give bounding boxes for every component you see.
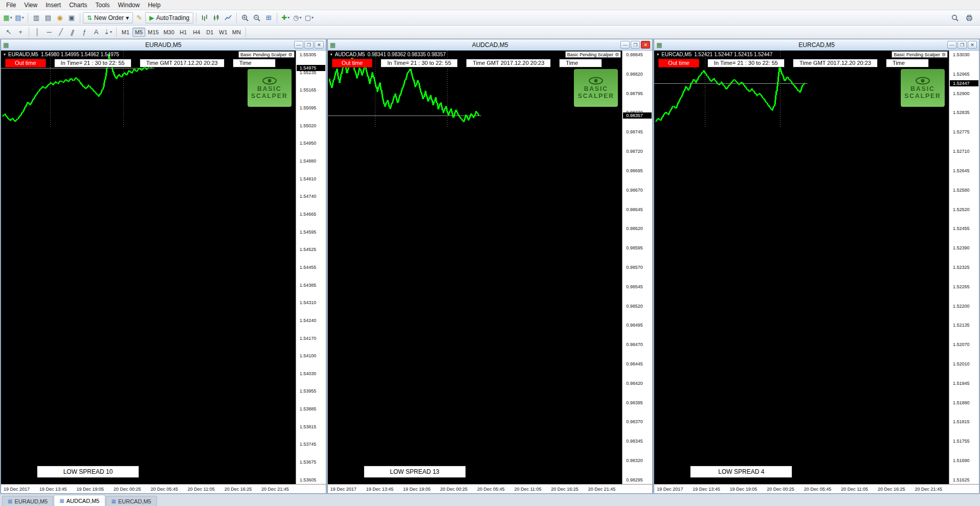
bar-chart-button[interactable] bbox=[199, 12, 210, 24]
price-scale[interactable]: 0.988450.988200.987950.987700.987450.987… bbox=[622, 51, 652, 484]
minimize-button[interactable]: — bbox=[947, 41, 956, 49]
templates-button[interactable]: ▢▾ bbox=[303, 12, 315, 24]
tile-windows-button[interactable]: ⊞ bbox=[263, 12, 274, 24]
profiles-button[interactable]: ▤▾ bbox=[14, 12, 25, 24]
navigator-button[interactable]: ◉ bbox=[54, 12, 65, 24]
tab-eurcad-m5[interactable]: ▦EURCAD,M5 bbox=[106, 496, 157, 506]
menu-charts[interactable]: Charts bbox=[65, 1, 91, 10]
new-order-button[interactable]: ⇅ New Order ▾ bbox=[83, 12, 133, 24]
timeframe-m15[interactable]: M15 bbox=[146, 28, 161, 37]
chart-area[interactable]: ▾ EURCAD,M5 1.52421 1.52447 1.52415 1.52… bbox=[654, 51, 949, 484]
zoom-in-button[interactable] bbox=[239, 12, 251, 24]
menu-view[interactable]: View bbox=[20, 1, 41, 10]
window-titlebar[interactable]: ▦ EURAUD,M5 — ❐ ✕ bbox=[1, 39, 326, 51]
timeframe-m1[interactable]: M1 bbox=[119, 28, 132, 37]
time-axis-label: 20 Dec 00:25 bbox=[767, 487, 794, 492]
menu-file[interactable]: File bbox=[2, 1, 20, 10]
vertical-line-tool-button[interactable]: │ bbox=[32, 27, 43, 38]
indicator-label[interactable]: Basic Pending Scalper⚙ bbox=[565, 51, 621, 58]
window-titlebar[interactable]: ▦ EURCAD,M5 — ❐ ✕ bbox=[654, 39, 979, 51]
menu-tools[interactable]: Tools bbox=[92, 1, 114, 10]
tab-audcad-m5[interactable]: ▦AUDCAD,M5 bbox=[54, 495, 105, 506]
print-icon[interactable] bbox=[964, 12, 975, 24]
timeframe-m30[interactable]: M30 bbox=[161, 28, 176, 37]
trendline-tool-button[interactable]: ╱ bbox=[55, 27, 66, 38]
toolbar-separator bbox=[277, 13, 277, 23]
timeframe-m5[interactable]: M5 bbox=[132, 28, 145, 37]
price-tick: 1.54455 bbox=[300, 265, 325, 270]
toolbar-separator bbox=[236, 13, 237, 23]
close-button[interactable]: ✕ bbox=[315, 41, 324, 49]
time-axis[interactable]: 19 Dec 201719 Dec 13:4519 Dec 19:0520 De… bbox=[1, 484, 326, 493]
chart-window-icon: ▦ bbox=[656, 41, 662, 49]
restore-button[interactable]: ❐ bbox=[957, 41, 967, 49]
price-tick: 1.52135 bbox=[953, 323, 978, 328]
indicators-button[interactable]: ✚▾ bbox=[280, 12, 291, 24]
timeframe-d1[interactable]: D1 bbox=[204, 28, 216, 37]
periods-button[interactable]: ◷▾ bbox=[292, 12, 303, 24]
restore-button[interactable]: ❐ bbox=[304, 41, 314, 49]
price-tick: 1.52265 bbox=[953, 284, 978, 289]
time-axis[interactable]: 19 Dec 201719 Dec 13:4519 Dec 19:0520 De… bbox=[328, 484, 653, 493]
data-window-button[interactable]: ▤ bbox=[42, 12, 54, 24]
minimize-button[interactable]: — bbox=[294, 41, 303, 49]
chart-area[interactable]: ▾ AUDCAD,M5 0.98341 0.98362 0.98335 0.98… bbox=[328, 51, 622, 484]
text-tool-button[interactable]: A bbox=[91, 27, 102, 38]
time-axis[interactable]: 19 Dec 201719 Dec 13:4519 Dec 19:0520 De… bbox=[654, 484, 979, 493]
price-tick: 1.52200 bbox=[953, 304, 978, 309]
zoom-out-button[interactable] bbox=[251, 12, 262, 24]
current-price-badge: 0.98357 bbox=[623, 112, 652, 119]
fibonacci-tool-button[interactable]: ƒ bbox=[79, 27, 90, 38]
indicator-label[interactable]: Basic Pending Scalper⚙ bbox=[238, 51, 295, 58]
close-button[interactable]: ✕ bbox=[968, 41, 977, 49]
market-watch-button[interactable]: ▥ bbox=[31, 12, 42, 24]
timeframe-w1[interactable]: W1 bbox=[217, 28, 230, 37]
price-tick: 1.52710 bbox=[953, 149, 978, 154]
cursor-tool-button[interactable]: ↖ bbox=[3, 27, 14, 38]
horizontal-line-tool-button[interactable]: ─ bbox=[43, 27, 55, 38]
time-axis-label: 20 Dec 21:45 bbox=[261, 487, 289, 492]
price-tick: 1.52965 bbox=[953, 72, 978, 77]
price-scale-ticks: 1.553051.552351.551651.550951.550201.549… bbox=[296, 51, 326, 484]
crosshair-tool-button[interactable]: + bbox=[15, 27, 26, 38]
price-scale-ticks: 1.530301.529651.529001.528351.527751.527… bbox=[949, 51, 979, 484]
metaeditor-button[interactable]: ✎ bbox=[133, 12, 145, 24]
timeframe-h4[interactable]: H4 bbox=[190, 28, 203, 37]
channel-tool-button[interactable]: ∥ bbox=[65, 25, 80, 39]
line-chart-button[interactable] bbox=[222, 12, 234, 24]
menu-window[interactable]: Window bbox=[114, 1, 144, 10]
basic-scalper-badge: BASIC SCALPER bbox=[574, 69, 618, 107]
timeframe-h1[interactable]: H1 bbox=[177, 28, 190, 37]
time-axis-label: 19 Dec 19:05 bbox=[76, 487, 104, 492]
terminal-button[interactable]: ▣ bbox=[66, 12, 77, 24]
time-axis-label: 19 Dec 2017 bbox=[330, 487, 357, 492]
price-scale[interactable]: 1.553051.552351.551651.550951.550201.549… bbox=[296, 51, 326, 484]
tab-euraud-m5[interactable]: ▦EURAUD,M5 bbox=[2, 496, 53, 506]
price-scale[interactable]: 1.530301.529651.529001.528351.527751.527… bbox=[949, 51, 979, 484]
search-icon[interactable] bbox=[949, 12, 961, 24]
time-axis-label: 19 Dec 13:45 bbox=[39, 487, 67, 492]
info-symbol: AUDCAD,M5 bbox=[335, 52, 365, 57]
window-title: AUDCAD,M5 bbox=[328, 41, 653, 49]
price-tick: 1.52390 bbox=[953, 245, 978, 250]
autotrading-button[interactable]: ▶ AutoTrading bbox=[145, 12, 193, 24]
chart-area[interactable]: ▾ EURAUD,M5 1.54980 1.54995 1.54962 1.54… bbox=[1, 51, 296, 484]
price-tick: 1.52645 bbox=[953, 168, 978, 173]
arrows-tool-button[interactable]: ⇣▾ bbox=[102, 27, 114, 38]
price-tick: 1.55165 bbox=[300, 87, 325, 93]
eye-logo-icon bbox=[915, 76, 931, 85]
minimize-button[interactable]: — bbox=[620, 41, 630, 49]
price-tick: 0.98395 bbox=[626, 400, 651, 405]
new-chart-button[interactable]: ▦▾ bbox=[2, 12, 13, 24]
close-button[interactable]: ✕ bbox=[641, 41, 650, 49]
menu-insert[interactable]: Insert bbox=[41, 1, 65, 10]
time-label-cut: Time bbox=[233, 59, 276, 67]
restore-button[interactable]: ❐ bbox=[631, 41, 640, 49]
candlestick-chart-button[interactable] bbox=[211, 12, 222, 24]
menu-help[interactable]: Help bbox=[144, 1, 165, 10]
price-tick: 0.98345 bbox=[626, 439, 651, 444]
indicator-label[interactable]: Basic Pending Scalper⚙ bbox=[892, 51, 948, 58]
window-titlebar[interactable]: ▦ AUDCAD,M5 — ❐ ✕ bbox=[328, 39, 653, 51]
timeframe-mn[interactable]: MN bbox=[230, 28, 243, 37]
chart-window-euraud: ▦ EURAUD,M5 — ❐ ✕ ▾ EURAUD,M5 1.54980 1.… bbox=[1, 39, 326, 494]
